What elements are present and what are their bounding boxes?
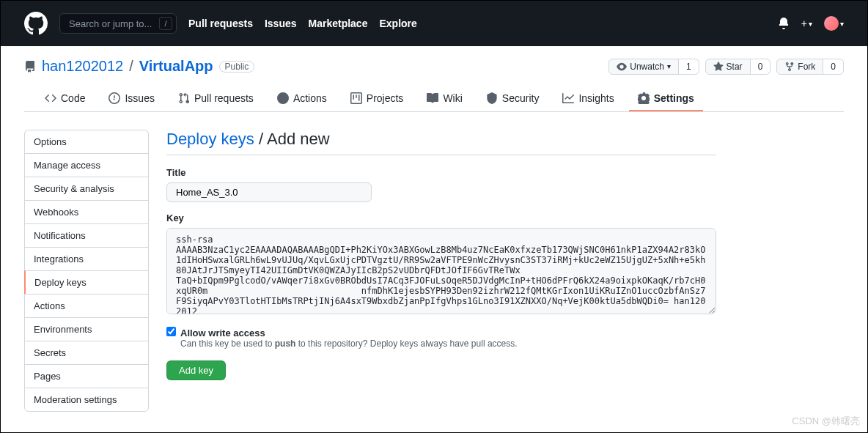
nav-issues[interactable]: Issues — [265, 18, 297, 29]
tab-projects[interactable]: Projects — [342, 86, 413, 111]
unwatch-button[interactable]: Unwatch ▾1 — [608, 59, 699, 75]
watermark: CSDN @韩曙亮 — [792, 415, 860, 428]
key-textarea[interactable]: ssh-rsa AAAAB3NzaC1yc2EAAAADAQABAAABgQDI… — [166, 228, 716, 314]
nav-explore[interactable]: Explore — [379, 18, 416, 29]
sidebar-item-security-analysis[interactable]: Security & analysis — [24, 177, 149, 200]
tab-security[interactable]: Security — [477, 86, 548, 111]
sidebar-item-webhooks[interactable]: Webhooks — [24, 200, 149, 223]
sidebar-item-pages[interactable]: Pages — [24, 364, 149, 388]
slash-key-hint: / — [159, 17, 172, 30]
title-label: Title — [166, 167, 716, 178]
fork-button[interactable]: Fork0 — [776, 59, 844, 75]
sidebar-item-options[interactable]: Options — [24, 130, 149, 153]
allow-write-note: Can this key be used to push to this rep… — [180, 338, 518, 349]
allow-write-label: Allow write access — [180, 327, 265, 338]
notifications-icon[interactable] — [778, 18, 790, 29]
nav-marketplace[interactable]: Marketplace — [309, 18, 368, 29]
add-key-button[interactable]: Add key — [166, 360, 226, 380]
sidebar-item-moderation-settings[interactable]: Moderation settings — [24, 388, 149, 412]
sidebar-item-environments[interactable]: Environments — [24, 317, 149, 341]
tab-actions[interactable]: Actions — [268, 86, 336, 111]
allow-write-checkbox[interactable] — [166, 327, 176, 336]
nav-pull-requests[interactable]: Pull requests — [188, 18, 253, 29]
repo-icon — [24, 61, 36, 73]
breadcrumb-separator: / — [129, 58, 133, 75]
breadcrumb-parent-link[interactable]: Deploy keys — [166, 130, 254, 148]
tab-settings[interactable]: Settings — [629, 86, 703, 111]
repo-name-link[interactable]: VirtualApp — [139, 58, 213, 75]
avatar — [824, 16, 839, 31]
user-menu-dropdown[interactable]: ▾ — [824, 16, 844, 31]
title-input[interactable] — [166, 182, 372, 202]
global-search: / — [59, 13, 177, 34]
global-header: / Pull requests Issues Marketplace Explo… — [1, 1, 867, 46]
tab-pull-requests[interactable]: Pull requests — [169, 86, 262, 111]
page-title: Deploy keys / Add new — [166, 130, 716, 155]
star-button[interactable]: Star0 — [705, 59, 771, 75]
sidebar-item-notifications[interactable]: Notifications — [24, 223, 149, 247]
create-new-dropdown[interactable]: +▾ — [801, 18, 812, 29]
settings-main: Deploy keys / Add new Title Key ssh-rsa … — [166, 130, 716, 412]
global-nav-links: Pull requests Issues Marketplace Explore — [188, 18, 417, 29]
tab-wiki[interactable]: Wiki — [418, 86, 471, 111]
repo-owner-link[interactable]: han1202012 — [42, 58, 123, 75]
tab-issues[interactable]: Issues — [100, 86, 163, 111]
tab-insights[interactable]: Insights — [553, 86, 622, 111]
sidebar-item-deploy-keys[interactable]: Deploy keys — [24, 270, 149, 294]
github-logo-icon[interactable] — [24, 12, 48, 35]
sidebar-item-actions[interactable]: Actions — [24, 294, 149, 317]
key-label: Key — [166, 212, 716, 223]
sidebar-item-secrets[interactable]: Secrets — [24, 341, 149, 364]
sidebar-item-integrations[interactable]: Integrations — [24, 247, 149, 270]
sidebar-item-manage-access[interactable]: Manage access — [24, 153, 149, 177]
repo-nav: CodeIssuesPull requestsActionsProjectsWi… — [24, 86, 844, 112]
repo-header: han1202012 / VirtualApp Public Unwatch ▾… — [1, 46, 867, 112]
tab-code[interactable]: Code — [36, 86, 94, 111]
visibility-badge: Public — [219, 61, 255, 73]
settings-sidebar: OptionsManage accessSecurity & analysisW… — [24, 130, 149, 412]
